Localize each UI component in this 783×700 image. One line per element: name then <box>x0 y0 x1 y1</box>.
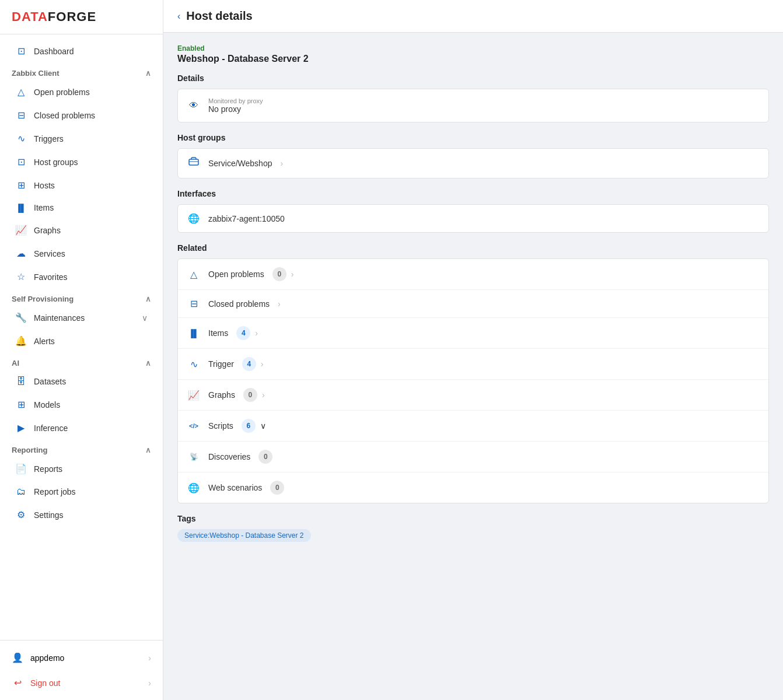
signout-chevron-right: › <box>148 678 151 688</box>
ai-section-label: AI <box>12 359 19 368</box>
related-items-row[interactable]: ▐▌ Items 4 › <box>178 318 768 349</box>
details-card: 👁 Monitored by proxy No proxy <box>177 89 769 123</box>
host-status: Enabled <box>177 44 769 52</box>
ai-section-header: AI ∧ <box>0 353 163 370</box>
alerts-icon: 🔔 <box>15 335 27 346</box>
maintenances-icon: 🔧 <box>15 312 27 323</box>
logo: DATAFORGE <box>0 0 163 34</box>
related-card: △ Open problems 0 › ⊟ Closed problems › <box>177 258 769 503</box>
sidebar-item-dashboard-label: Dashboard <box>34 47 74 56</box>
zabbix-client-chevron[interactable]: ∧ <box>145 69 151 78</box>
items-icon: ▐▌ <box>15 204 27 212</box>
sidebar-item-closed-problems[interactable]: ⊟ Closed problems <box>4 104 159 127</box>
favorites-icon: ☆ <box>15 271 27 282</box>
sidebar-item-items-label: Items <box>34 203 54 212</box>
related-title: Related <box>177 243 769 253</box>
related-closed-problems-icon: ⊟ <box>187 298 200 309</box>
closed-problems-chevron: › <box>278 299 281 309</box>
tag-item: Service:Webshop - Database Server 2 <box>177 529 311 542</box>
details-title: Details <box>177 74 769 83</box>
related-items-label: Items <box>208 328 228 338</box>
discoveries-badge: 0 <box>258 450 272 464</box>
sidebar-item-alerts[interactable]: 🔔 Alerts <box>4 330 159 352</box>
ai-chevron[interactable]: ∧ <box>145 359 151 368</box>
related-graphs-row[interactable]: 📈 Graphs 0 › <box>178 380 768 411</box>
models-icon: ⊞ <box>15 399 27 410</box>
sidebar-item-settings-label: Settings <box>34 510 64 520</box>
host-group-row[interactable]: Service/Webshop › <box>178 149 768 178</box>
related-scripts-icon: </> <box>187 422 200 429</box>
monitored-by-value: No proxy <box>208 104 759 114</box>
sidebar-item-triggers[interactable]: ∿ Triggers <box>4 127 159 150</box>
sidebar-item-host-groups[interactable]: ⊡ Host groups <box>4 150 159 173</box>
interface-row: 🌐 zabbix7-agent:10050 <box>178 205 768 232</box>
host-group-label: Service/Webshop <box>208 159 272 168</box>
sidebar-item-services-label: Services <box>34 249 65 258</box>
sidebar-item-settings[interactable]: ⚙ Settings <box>4 503 159 526</box>
sidebar-item-open-problems[interactable]: △ Open problems <box>4 80 159 103</box>
host-groups-icon: ⊡ <box>15 156 27 167</box>
related-closed-problems-label: Closed problems <box>208 299 270 309</box>
reports-icon: 📄 <box>15 463 27 474</box>
closed-problems-icon: ⊟ <box>15 110 27 121</box>
related-open-problems-row[interactable]: △ Open problems 0 › <box>178 259 768 290</box>
sidebar-item-datasets[interactable]: 🗄 Datasets <box>4 370 159 393</box>
user-label: appdemo <box>30 653 64 663</box>
sidebar-item-graphs[interactable]: 📈 Graphs <box>4 219 159 242</box>
related-closed-problems-row[interactable]: ⊟ Closed problems › <box>178 290 768 318</box>
host-groups-card: Service/Webshop › <box>177 148 769 178</box>
interface-icon: 🌐 <box>187 213 200 224</box>
back-button[interactable]: ‹ <box>177 11 180 22</box>
sidebar-item-maintenances-label: Maintenances <box>34 313 85 323</box>
sidebar-item-hosts[interactable]: ⊞ Hosts <box>4 174 159 197</box>
signout-label: Sign out <box>30 678 60 688</box>
related-scripts-label: Scripts <box>208 421 233 430</box>
related-graphs-label: Graphs <box>208 390 235 400</box>
interfaces-title: Interfaces <box>177 189 769 198</box>
sidebar-item-services[interactable]: ☁ Services <box>4 242 159 265</box>
items-chevron: › <box>255 328 258 338</box>
reporting-chevron[interactable]: ∧ <box>145 446 151 454</box>
interfaces-card: 🌐 zabbix7-agent:10050 <box>177 204 769 233</box>
related-discoveries-row: 📡 Discoveries 0 <box>178 442 768 473</box>
sidebar-item-favorites[interactable]: ☆ Favorites <box>4 265 159 288</box>
maintenances-expand-icon[interactable]: ∨ <box>142 313 148 323</box>
sidebar-item-maintenances[interactable]: 🔧 Maintenances ∨ <box>4 306 159 329</box>
self-provisioning-chevron[interactable]: ∧ <box>145 295 151 303</box>
sidebar-item-report-jobs[interactable]: 🗂 Report jobs <box>4 481 159 503</box>
user-item[interactable]: 👤 appdemo › <box>0 645 163 670</box>
open-problems-badge: 0 <box>272 267 286 281</box>
zabbix-client-section-header: Zabbix Client ∧ <box>0 63 163 80</box>
scripts-badge: 6 <box>242 419 256 433</box>
trigger-badge: 4 <box>242 357 256 371</box>
inference-icon: ▶ <box>15 422 27 433</box>
signout-item[interactable]: ↩ Sign out › <box>0 670 163 695</box>
scripts-expand-icon[interactable]: ∨ <box>260 421 266 430</box>
logo-forge: FORGE <box>48 9 96 24</box>
host-name: Webshop - Database Server 2 <box>177 54 769 64</box>
sidebar-item-graphs-label: Graphs <box>34 226 61 235</box>
graphs-chevron: › <box>262 390 265 400</box>
open-problems-chevron: › <box>291 270 294 279</box>
details-section: Details 👁 Monitored by proxy No proxy <box>177 74 769 123</box>
reporting-section-label: Reporting <box>12 446 47 454</box>
related-scripts-row[interactable]: </> Scripts 6 ∨ <box>178 411 768 442</box>
tags-container: Service:Webshop - Database Server 2 <box>177 529 769 542</box>
sidebar: DATAFORGE ⊡ Dashboard Zabbix Client ∧ △ … <box>0 0 163 700</box>
signout-icon: ↩ <box>12 677 23 688</box>
graphs-badge: 0 <box>243 388 257 402</box>
sidebar-item-inference[interactable]: ▶ Inference <box>4 416 159 439</box>
related-web-scenarios-label: Web scenarios <box>208 483 262 492</box>
web-scenarios-badge: 0 <box>270 481 284 495</box>
sidebar-item-models[interactable]: ⊞ Models <box>4 393 159 416</box>
sidebar-item-dashboard[interactable]: ⊡ Dashboard <box>4 40 159 62</box>
sidebar-item-items[interactable]: ▐▌ Items <box>4 197 159 218</box>
settings-icon: ⚙ <box>15 509 27 520</box>
related-trigger-icon: ∿ <box>187 359 200 370</box>
main-header: ‹ Host details <box>163 0 783 33</box>
related-open-problems-label: Open problems <box>208 270 264 279</box>
dashboard-icon: ⊡ <box>15 46 27 57</box>
related-trigger-row[interactable]: ∿ Trigger 4 › <box>178 349 768 380</box>
related-web-scenarios-icon: 🌐 <box>187 482 200 494</box>
sidebar-item-reports[interactable]: 📄 Reports <box>4 457 159 480</box>
